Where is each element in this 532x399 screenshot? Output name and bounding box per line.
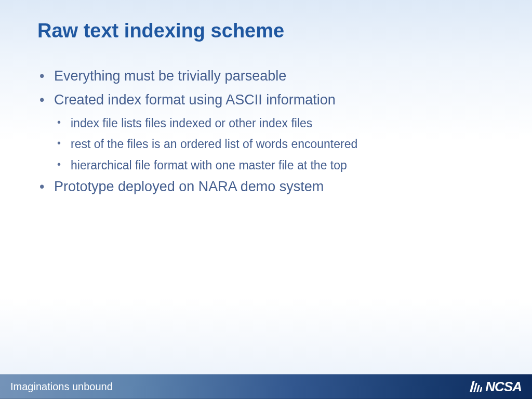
slide-content: Everything must be trivially parseable C… xyxy=(37,66,495,201)
slide-title: Raw text indexing scheme xyxy=(37,20,284,42)
ncsa-logo-icon xyxy=(469,380,482,393)
footer-tagline: Imaginations unbound xyxy=(10,381,113,393)
bullet-sub-item: rest of the files is an ordered list of … xyxy=(37,135,495,153)
bullet-sub-item: hierarchical file format with one master… xyxy=(37,156,495,175)
bullet-item: Prototype deployed on NARA demo system xyxy=(37,177,495,197)
slide-footer: Imaginations unbound NCSA xyxy=(0,374,532,399)
bullet-sub-item: index file lists files indexed or other … xyxy=(37,114,495,132)
bullet-list: Everything must be trivially parseable C… xyxy=(37,66,495,197)
bullet-item: Created index format using ASCII informa… xyxy=(37,90,495,110)
ncsa-logo-text: NCSA xyxy=(485,379,522,395)
bullet-item: Everything must be trivially parseable xyxy=(37,66,495,86)
ncsa-logo: NCSA xyxy=(469,379,522,395)
